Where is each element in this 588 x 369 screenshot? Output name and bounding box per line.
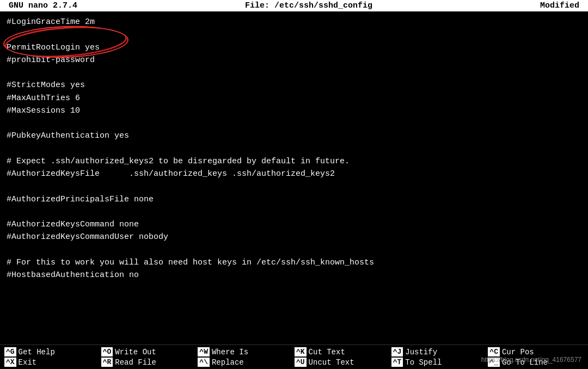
cmd-key-get-help: ^G [4,347,16,356]
cmd-cur-pos[interactable]: ^C Cur Pos [488,347,584,356]
cmd-label-replace: Replace [212,358,244,367]
cmd-label-exit: Exit [19,358,37,367]
cmd-label-cut-text: Cut Text [309,348,345,356]
svg-point-0 [5,24,127,60]
code-lines: #LoginGraceTime 2m PermitRootLogin yes #… [7,16,581,281]
cmd-key-cur-pos: ^C [488,347,500,356]
cmd-where-is[interactable]: ^W Where Is [198,347,293,356]
file-label: File: /etc/ssh/sshd_config [245,1,372,10]
cmd-key-cut-text: ^K [295,347,307,356]
line-strict-modes: #StrictModes yes [7,81,85,90]
cmd-justify[interactable]: ^J Justify [391,347,487,356]
line-max-auth: #MaxAuthTries 6 [7,94,80,103]
line-pubkey: #PubkeyAuthentication yes [7,131,129,140]
cmd-get-help[interactable]: ^G Get Help [4,347,100,356]
cmd-key-where-is: ^W [198,347,210,356]
cmd-to-spell[interactable]: ^T To Spell [391,358,487,367]
line-permit-root: PermitRootLogin yes #prohibit-password [7,43,100,65]
cmd-write-out[interactable]: ^O Write Out [101,347,197,356]
editor-content[interactable]: #LoginGraceTime 2m PermitRootLogin yes #… [0,11,588,345]
cmd-label-where-is: Where Is [212,348,248,356]
cmd-label-write-out: Write Out [115,348,156,356]
line-max-sessions: #MaxSessions 10 [7,106,80,115]
cmd-read-file[interactable]: ^R Read File [101,358,197,367]
cmd-key-justify: ^J [391,347,403,356]
app-name: GNU nano 2.7.4 [9,1,77,10]
cmd-key-uncut-text: ^U [295,358,307,367]
cmd-replace[interactable]: ^\ Replace [198,358,293,367]
cmd-exit[interactable]: ^X Exit [4,358,100,367]
line-principals: #AuthorizedPrincipalsFile none [7,195,154,204]
cmd-label-read-file: Read File [115,358,156,367]
cmd-key-exit: ^X [4,358,16,367]
cmd-key-to-spell: ^T [391,358,403,367]
line-comment-keys: # Expect .ssh/authorized_keys2 to be dis… [7,157,350,166]
line-authorized-keys: #AuthorizedKeysFile .ssh/authorized_keys… [7,169,335,179]
cmd-uncut-text[interactable]: ^U Uncut Text [295,358,390,367]
line-keys-command: #AuthorizedKeysCommand none [7,220,139,229]
line-login-grace: #LoginGraceTime 2m [7,17,95,27]
title-bar: GNU nano 2.7.4 File: /etc/ssh/sshd_confi… [0,0,588,11]
modified-status: Modified [540,1,579,10]
line-keys-command-user: #AuthorizedKeysCommandUser nobody [7,232,168,242]
cmd-label-justify: Justify [405,348,437,356]
cmd-key-read-file: ^R [101,358,113,367]
cmd-label-uncut-text: Uncut Text [309,358,354,367]
line-hostbased: #HostbasedAuthentication no [7,270,139,280]
terminal-window: GNU nano 2.7.4 File: /etc/ssh/sshd_confi… [0,0,588,369]
cmd-label-to-spell: To Spell [405,358,442,367]
cmd-label-get-help: Get Help [19,348,55,356]
watermark: https://blog.csdn.net/qq_41676577 [481,356,581,364]
cmd-key-write-out: ^O [101,347,113,356]
cmd-cut-text[interactable]: ^K Cut Text [295,347,390,356]
cmd-key-replace: ^\ [198,358,210,367]
line-comment-hostkeys: # For this to work you will also need ho… [7,258,374,267]
cmd-label-cur-pos: Cur Pos [502,348,534,356]
